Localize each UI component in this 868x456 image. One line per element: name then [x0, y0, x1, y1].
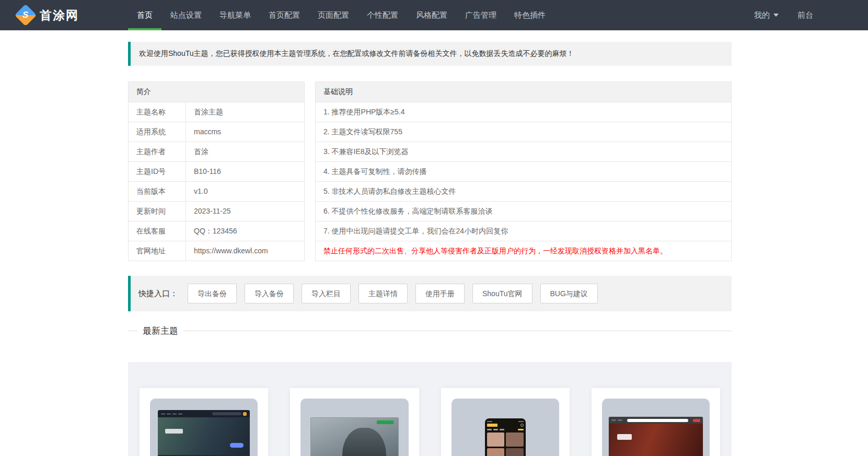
row-value: 2023-11-25 [186, 202, 304, 221]
row-value: B10-116 [186, 162, 304, 181]
table-row: 主题作者 首涂 [129, 142, 304, 162]
theme-thumbnail [602, 399, 710, 456]
chevron-down-icon [773, 14, 779, 17]
site-logo[interactable]: S 首涂网 [0, 0, 128, 30]
my-dropdown[interactable]: 我的 [754, 10, 779, 20]
note-text: 7. 使用中出现问题请提交工单，我们会在24小时内回复你 [316, 221, 516, 241]
row-value: 首涂 [186, 142, 304, 161]
theme-thumbnail [452, 399, 559, 456]
row-value: 首涂主题 [186, 102, 304, 122]
table-row: 当前版本 v1.0 [129, 182, 304, 202]
theme-thumbnail [300, 399, 408, 456]
quick-entry-section: 快捷入口： 导出备份 导入备份 导入栏目 主题详情 使用手册 ShouTu官网 … [128, 276, 732, 311]
table-row: 适用系统 maccms [129, 122, 304, 142]
row-label: 官网地址 [129, 241, 186, 261]
logo-diamond-icon: S [15, 4, 37, 26]
welcome-text: 欢迎使用ShouTu主题，您已获得授权使用本主题管理系统，在您配置或修改文件前请… [139, 49, 574, 57]
bug-suggestion-button[interactable]: BUG与建议 [540, 284, 598, 303]
note-text: 6. 不提供个性化修改服务，高端定制请联系客服洽谈 [316, 202, 501, 221]
row-label: 更新时间 [129, 202, 186, 221]
export-backup-button[interactable]: 导出备份 [188, 284, 237, 303]
row-value: maccms [186, 122, 304, 142]
table-row: 更新时间 2023-11-25 [129, 202, 304, 221]
shoutu-official-site-button[interactable]: ShouTu官网 [472, 284, 533, 303]
latest-themes-title: 最新主题 [137, 325, 183, 337]
latest-themes-panel [128, 362, 732, 456]
user-manual-button[interactable]: 使用手册 [415, 284, 465, 303]
note-text: 2. 主题文件读写权限755 [316, 122, 410, 142]
theme-preview-image [158, 410, 249, 456]
note-row: 4. 主题具备可复制性，请勿传播 [316, 162, 731, 182]
row-value: v1.0 [186, 182, 304, 201]
note-text: 5. 非技术人员请勿私自修改主题核心文件 [316, 182, 464, 201]
nav-item-style-config[interactable]: 风格配置 [407, 0, 456, 30]
nav-item-nav-menu[interactable]: 导航菜单 [211, 0, 260, 30]
table-row: 主题ID号 B10-116 [129, 162, 304, 182]
top-navbar: S 首涂网 首页 站点设置 导航菜单 首页配置 页面配置 个性配置 风格配置 广… [0, 0, 868, 30]
poster-grid [487, 432, 524, 456]
note-row: 2. 主题文件读写权限755 [316, 122, 731, 142]
theme-detail-button[interactable]: 主题详情 [358, 284, 408, 303]
note-text: 4. 主题具备可复制性，请勿传播 [316, 162, 435, 181]
row-label: 主题名称 [129, 102, 186, 122]
nav-item-home-config[interactable]: 首页配置 [260, 0, 309, 30]
nav-item-page-config[interactable]: 页面配置 [309, 0, 358, 30]
theme-preview-image [608, 416, 703, 456]
quick-entry-label: 快捷入口： [138, 289, 178, 299]
navbar-right: 我的 前台 [754, 0, 868, 30]
table-row: 官网地址 https://www.dkewl.com [129, 241, 304, 261]
row-label: 主题作者 [129, 142, 186, 161]
license-warning-text: 禁止任何形式的二次出售、分享他人等侵害作者及正版用户的行为，一经发现取消授权资格… [316, 241, 675, 261]
search-icon [520, 424, 524, 427]
theme-card-dark-desktop[interactable] [140, 388, 268, 456]
note-row: 禁止任何形式的二次出售、分享他人等侵害作者及正版用户的行为，一经发现取消授权资格… [316, 241, 731, 261]
note-text: 1. 推荐使用PHP版本≥5.4 [316, 102, 413, 122]
row-value: QQ：123456 [186, 221, 304, 241]
row-label: 主题ID号 [129, 162, 186, 181]
nav-item-ad-management[interactable]: 广告管理 [456, 0, 505, 30]
note-row: 3. 不兼容IE8及以下浏览器 [316, 142, 731, 162]
row-label: 适用系统 [129, 122, 186, 142]
nav-item-home[interactable]: 首页 [128, 0, 161, 30]
import-columns-button[interactable]: 导入栏目 [302, 284, 351, 303]
table-row: 主题名称 首涂主题 [129, 102, 304, 122]
frontend-link[interactable]: 前台 [797, 10, 813, 20]
row-label: 当前版本 [129, 182, 186, 201]
player-logo-badge [377, 420, 394, 424]
row-label: 在线客服 [129, 221, 186, 241]
welcome-banner: 欢迎使用ShouTu主题，您已获得授权使用本主题管理系统，在您配置或修改文件前请… [128, 42, 732, 66]
nav-item-site-settings[interactable]: 站点设置 [161, 0, 211, 30]
logo-text: 首涂网 [40, 7, 79, 24]
table-row: 在线客服 QQ：123456 [129, 221, 304, 241]
nav-item-featured-plugins[interactable]: 特色插件 [505, 0, 554, 30]
note-row: 7. 使用中出现问题请提交工单，我们会在24小时内回复你 [316, 221, 731, 241]
note-row: 1. 推荐使用PHP版本≥5.4 [316, 102, 731, 122]
theme-preview-image [485, 418, 526, 456]
latest-themes-divider: 最新主题 [128, 325, 732, 337]
official-site-url: https://www.dkewl.com [186, 241, 304, 261]
theme-thumbnail [150, 399, 258, 456]
intro-table-header: 简介 [129, 82, 304, 102]
theme-card-mobile-app[interactable] [441, 388, 570, 456]
note-row: 6. 不提供个性化修改服务，高端定制请联系客服洽谈 [316, 202, 731, 221]
theme-card-light-desktop[interactable] [592, 388, 720, 456]
import-backup-button[interactable]: 导入备份 [245, 284, 294, 303]
note-row: 5. 非技术人员请勿私自修改主题核心文件 [316, 182, 731, 202]
nav-item-personal-config[interactable]: 个性配置 [358, 0, 407, 30]
main-menu: 首页 站点设置 导航菜单 首页配置 页面配置 个性配置 风格配置 广告管理 特色… [128, 0, 554, 30]
theme-preview-image [310, 417, 399, 456]
main-content: 欢迎使用ShouTu主题，您已获得授权使用本主题管理系统，在您配置或修改文件前请… [128, 42, 732, 456]
note-text: 3. 不兼容IE8及以下浏览器 [316, 142, 416, 161]
info-tables: 简介 主题名称 首涂主题 适用系统 maccms 主题作者 首涂 主题ID号 B… [128, 81, 732, 261]
intro-table: 简介 主题名称 首涂主题 适用系统 maccms 主题作者 首涂 主题ID号 B… [128, 81, 305, 261]
theme-card-video-player[interactable] [290, 388, 419, 456]
notes-table-header: 基础说明 [316, 82, 731, 102]
notes-table: 基础说明 1. 推荐使用PHP版本≥5.4 2. 主题文件读写权限755 3. … [315, 81, 732, 261]
